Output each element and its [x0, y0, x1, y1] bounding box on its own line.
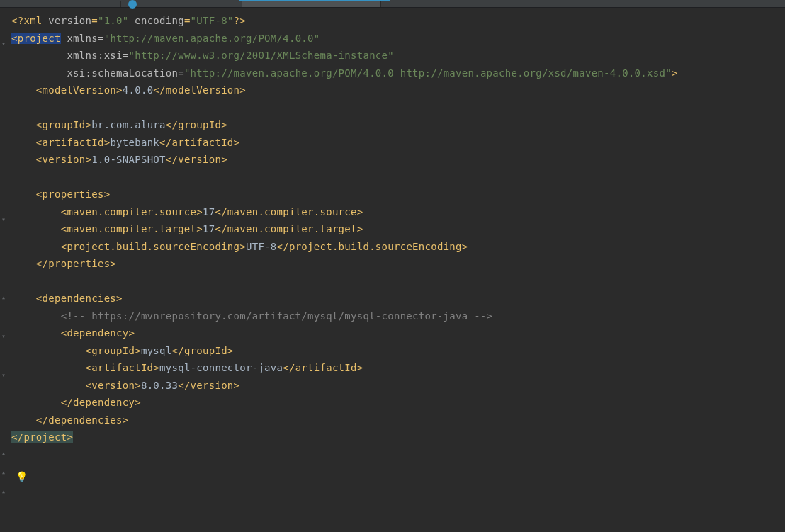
- val-encoding: "UTF-8": [191, 15, 234, 26]
- val-dep-group-id: mysql: [141, 345, 172, 356]
- attr-xmlns: xmlns: [67, 33, 98, 44]
- tag-compiler-target: maven.compiler.target: [67, 223, 196, 234]
- tab-pom-xml[interactable]: [242, 1, 381, 7]
- tag-dependency: dependency: [67, 327, 128, 339]
- val-compiler-source: 17: [203, 206, 215, 217]
- fold-marker[interactable]: ▴: [0, 469, 7, 476]
- comment-mvn-repo: <!-- https://mvnrepository.com/artifact/…: [61, 310, 493, 322]
- val-compiler-target: 17: [203, 223, 215, 234]
- tag-source-encoding: project.build.sourceEncoding: [67, 241, 239, 252]
- val-root-group-id: br.com.alura: [91, 119, 166, 130]
- fold-marker[interactable]: ▴: [0, 488, 7, 495]
- code-editor[interactable]: ▾ ▾ ▴ ▾ ▾ ▴ ▴ ▴ 💡 <?xml version="1.0" en…: [0, 8, 785, 532]
- tag-properties: properties: [43, 188, 104, 200]
- fold-marker[interactable]: ▴: [0, 294, 7, 301]
- val-model-version: 4.0.0: [123, 84, 154, 96]
- val-root-version: 1.0-SNAPSHOT: [91, 154, 166, 165]
- tag-version: version: [43, 154, 86, 165]
- tab-conexao[interactable]: [121, 1, 242, 7]
- attr-xmlns-xsi: xmlns:xsi: [67, 50, 122, 61]
- fold-marker[interactable]: ▾: [0, 372, 7, 379]
- val-xmlns-xsi: "http://www.w3.org/2001/XMLSchema-instan…: [129, 50, 394, 61]
- val-dep-version: 8.0.33: [141, 380, 178, 391]
- tag-model-version: modelVersion: [43, 84, 117, 96]
- val-dep-artifact-id: mysql-connector-java: [159, 362, 283, 373]
- val-source-encoding: UTF-8: [246, 241, 277, 252]
- tag-group-id: groupId: [43, 119, 86, 130]
- val-schema-location: "http://maven.apache.org/POM/4.0.0 http:…: [184, 67, 672, 79]
- attr-schema-location: xsi:schemaLocation: [67, 67, 178, 79]
- tag-compiler-source: maven.compiler.source: [67, 206, 196, 217]
- editor-tabs: [0, 0, 785, 8]
- val-root-artifact-id: bytebank: [110, 137, 159, 148]
- fold-marker[interactable]: ▴: [0, 450, 7, 457]
- tag-project-open: project: [18, 33, 61, 44]
- gutter: ▾ ▾ ▴ ▾ ▾ ▴ ▴ ▴ 💡: [0, 8, 9, 532]
- val-xmlns: "http://maven.apache.org/POM/4.0.0": [104, 33, 320, 44]
- tag-artifact-id: artifactId: [43, 137, 104, 148]
- tag-project-close: project: [23, 431, 67, 443]
- val-version: "1.0": [98, 15, 129, 26]
- code-content[interactable]: <?xml version="1.0" encoding="UTF-8"?> <…: [9, 8, 785, 451]
- tag-dependencies: dependencies: [43, 293, 117, 304]
- intention-bulb-icon[interactable]: 💡: [16, 468, 28, 486]
- fold-marker[interactable]: ▾: [0, 333, 7, 340]
- fold-marker[interactable]: ▾: [0, 216, 7, 223]
- tab-bank-application[interactable]: [0, 1, 121, 7]
- attr-version: version: [48, 15, 91, 26]
- attr-encoding: encoding: [135, 15, 184, 26]
- fold-marker[interactable]: ▾: [0, 40, 7, 47]
